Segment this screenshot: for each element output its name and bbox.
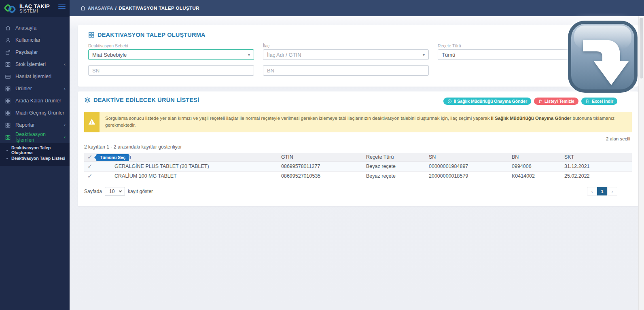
sidebar-item-kullanicilar[interactable]: Kullanıcılar — [0, 34, 70, 46]
list-card-title-text: DEAKTİVE EDİLECEK ÜRÜN LİSTESİ — [93, 97, 199, 103]
cell-ilac-adi: CRALİUM 100 MG TABLET — [112, 173, 279, 179]
chevron-left-icon: ‹ — [64, 62, 66, 67]
selected-count-label: 2 alan seçili — [84, 136, 632, 141]
column-header-sn[interactable]: SN — [427, 154, 510, 160]
chevron-down-icon — [119, 189, 122, 193]
table-row[interactable]: ✓ GERALGİNE PLUS TABLET (20 TABLET) 0869… — [84, 162, 632, 172]
cell-recete: Beyaz reçete — [364, 163, 427, 169]
deactivation-form-card: DEAKTIVASYON TALEP OLUŞTURMA Deaktivasyo… — [78, 25, 638, 87]
pagination-page-1-button[interactable]: 1 — [597, 187, 607, 195]
sidebar-item-miadi-gecmis-urunler[interactable]: Miadı Geçmiş Ürünler — [0, 107, 70, 119]
topbar: ANASAYFA / DEAKTIVASYON TALEP OLUŞTUR — [70, 0, 644, 16]
column-header-gtin[interactable]: GTIN — [279, 154, 364, 160]
caret-down-icon: ▾ — [597, 53, 600, 57]
deaktivasyon-sebebi-label: Deaktivasyon Sebebi — [88, 43, 254, 48]
sidebar-menu: Anasayfa Kullanıcılar Paydaşlar Stok İşl… — [0, 17, 70, 166]
brand: İLAÇ TAKİP SİSTEMİ — [19, 4, 50, 14]
select-all-check-icon[interactable]: ✓ — [87, 153, 93, 160]
submenu-item-talep-olusturma[interactable]: Deaktivasyon Talep Oluşturma — [0, 146, 70, 154]
sidebar-item-label: Miadı Geçmiş Ürünler — [15, 110, 64, 116]
chevron-left-icon: ‹ — [64, 86, 66, 91]
scrollbar[interactable] — [638, 16, 644, 310]
brand-title: İLAÇ TAKİP — [19, 4, 50, 9]
deaktivasyon-sebebi-select[interactable]: Miat Sebebiyle ▾ — [88, 49, 254, 60]
cell-sn: 20000000018579 — [427, 173, 510, 179]
chevron-left-icon: ‹ — [64, 134, 66, 140]
home-icon — [5, 25, 11, 31]
row-check-icon[interactable]: ✓ — [87, 163, 93, 170]
caret-down-icon: ▾ — [248, 53, 250, 57]
warning-text-bold: İl Sağlık Müdürlüğü Onayına Gönder — [491, 116, 572, 121]
scrollbar-thumb[interactable] — [640, 18, 643, 79]
sidebar-item-label: Paydaşlar — [15, 49, 38, 55]
breadcrumb-current: DEAKTIVASYON TALEP OLUŞTUR — [119, 6, 199, 11]
ilac-select[interactable]: İlaç Adı / GTIN ▾ — [263, 49, 429, 60]
cell-recete: Beyaz reçete — [364, 173, 427, 179]
sidebar-item-arada-kalan-urunler[interactable]: Arada Kalan Ürünler — [0, 95, 70, 107]
grid-icon — [88, 32, 95, 38]
sidebar-submenu: Deaktivasyon Talep Oluşturma Deaktivasyo… — [0, 143, 70, 166]
breadcrumb-home-link[interactable]: ANASAYFA — [88, 6, 113, 11]
cell-bn: 0994006 — [510, 163, 562, 169]
cell-ilac-adi: GERALGİNE PLUS TABLET (20 TABLET) — [112, 163, 279, 169]
grid-icon — [5, 62, 11, 68]
ilac-placeholder: İlaç Adı / GTIN — [267, 52, 301, 58]
table-header-row: ✓ İlaç Adı GTIN Reçete Türü SN BN SKT — [84, 153, 632, 162]
per-page-value: 10 — [109, 189, 114, 194]
submenu-item-talep-listesi[interactable]: Deaktivasyon Talep Listesi — [0, 154, 70, 162]
sidebar-item-label: Hasılat İşlemleri — [15, 74, 51, 79]
grid-icon — [5, 122, 11, 128]
column-header-ilac-adi[interactable]: İlaç Adı — [112, 154, 279, 160]
cell-bn: K0414002 — [510, 173, 562, 179]
send-approval-label: İl Sağlık Müdürlüğü Onayına Gönder — [454, 99, 527, 104]
row-check-icon[interactable]: ✓ — [87, 172, 93, 179]
select-all-tooltip: Tümünü Seç — [96, 154, 129, 161]
column-header-recete-turu[interactable]: Reçete Türü — [364, 154, 427, 160]
cell-gtin: 08699527010535 — [279, 173, 364, 179]
sidebar-item-deaktivasyon-islemleri[interactable]: Deaktivasyon İşlemleri ‹ — [0, 131, 70, 143]
sidebar-item-label: Deaktivasyon İşlemleri — [15, 132, 65, 143]
cell-sn: 00000001984897 — [427, 163, 510, 169]
cell-gtin: 08699578011277 — [279, 163, 364, 169]
per-page-label-before: Sayfada — [84, 189, 102, 194]
user-icon — [5, 37, 11, 43]
sidebar-item-raporlar[interactable]: Raporlar ‹ — [0, 119, 70, 131]
pagination-next-button[interactable]: › — [607, 187, 617, 195]
recete-turu-select[interactable]: Tümü ▾ — [438, 49, 604, 60]
column-header-skt[interactable]: SKT — [562, 154, 632, 160]
bn-input[interactable] — [263, 65, 429, 76]
records-info-label: 2 kayıttan 1 - 2 arasındaki kayıtlar gös… — [84, 144, 632, 150]
sidebar-item-paydaslar[interactable]: Paydaşlar — [0, 46, 70, 58]
sn-input[interactable] — [88, 65, 254, 76]
caret-down-icon: ▾ — [423, 53, 425, 57]
table-row[interactable]: ✓ CRALİUM 100 MG TABLET 08699527010535 B… — [84, 172, 632, 181]
recete-turu-value: Tümü — [442, 52, 455, 58]
check-circle-icon — [447, 99, 452, 104]
its-logo-icon — [3, 2, 17, 15]
ilac-label: İlaç — [263, 43, 429, 48]
menu-toggle-icon[interactable] — [58, 3, 66, 10]
excel-download-label: Excel İndir — [592, 99, 613, 104]
grid-icon — [5, 98, 11, 104]
sidebar-item-anasayfa[interactable]: Anasayfa — [0, 22, 70, 34]
sidebar-item-label: Arada Kalan Ürünler — [15, 98, 61, 104]
sidebar-item-hasilat-islemleri[interactable]: Hasılat İşlemleri — [0, 70, 70, 83]
per-page-select[interactable]: 10 — [105, 187, 125, 196]
chevron-left-icon: ‹ — [64, 122, 66, 128]
product-table: ✓ İlaç Adı GTIN Reçete Türü SN BN SKT Tü… — [84, 153, 632, 181]
sidebar-item-urunler[interactable]: Ürünler ‹ — [0, 83, 70, 95]
column-header-bn[interactable]: BN — [510, 154, 562, 160]
form-card-title-text: DEAKTIVASYON TALEP OLUŞTURMA — [97, 32, 205, 38]
sidebar-item-label: Kullanıcılar — [15, 37, 40, 43]
bullet-icon — [6, 158, 8, 159]
pagination-prev-button[interactable]: ‹ — [587, 187, 597, 195]
send-approval-button[interactable]: İl Sağlık Müdürlüğü Onayına Gönder — [443, 98, 531, 105]
recete-turu-label: Reçete Türü — [438, 43, 604, 48]
excel-download-button[interactable]: Excel İndir — [581, 98, 617, 105]
pagination: ‹ 1 › — [587, 187, 617, 195]
clear-list-button[interactable]: Listeyi Temizle — [534, 98, 578, 105]
sidebar-item-stok-islemleri[interactable]: Stok İşlemleri ‹ — [0, 58, 70, 70]
submenu-item-label: Deaktivasyon Talep Oluşturma — [11, 145, 66, 155]
sidebar-item-label: Stok İşlemleri — [15, 62, 46, 67]
sidebar-item-label: Raporlar — [15, 122, 35, 128]
